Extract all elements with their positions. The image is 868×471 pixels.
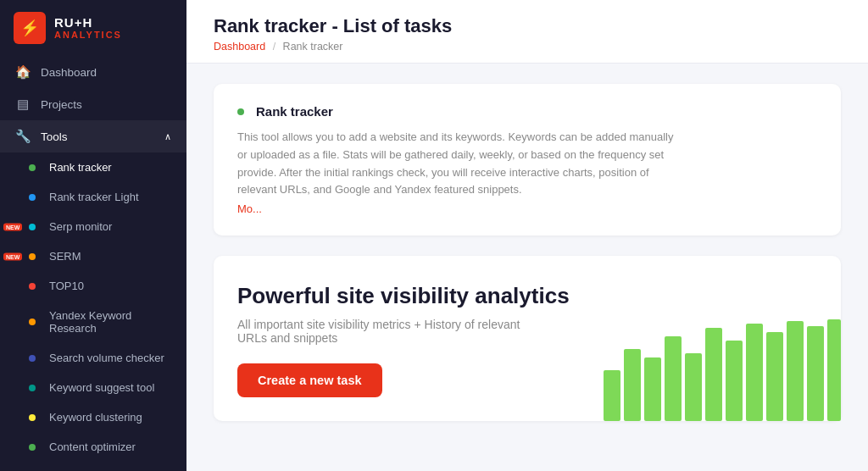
chart-preview (604, 319, 841, 421)
breadcrumb: Dashboard / Rank tracker (214, 41, 841, 53)
sidebar-item-content-optimizer[interactable]: Content optimizer (0, 432, 186, 462)
dot-icon (29, 414, 36, 421)
sidebar-item-label: SERM (49, 250, 81, 263)
sidebar-nav: 🏠 Dashboard ▤ Projects 🔧 Tools ∧ Rank tr… (0, 56, 186, 471)
tools-icon: 🔧 (15, 129, 31, 144)
sidebar-item-keyword-suggest[interactable]: Keyword suggest tool (0, 373, 186, 402)
dashboard-icon: 🏠 (15, 64, 31, 80)
svg-rect-9 (787, 321, 804, 421)
logo-icon: ⚡ (14, 12, 46, 44)
sidebar-item-label: Content optimizer (49, 441, 136, 453)
page-title: Rank tracker - List of tasks (214, 15, 841, 37)
sidebar-item-label: Keyword suggest tool (49, 381, 154, 394)
logo-text: RU+H ANALYTICS (54, 16, 122, 41)
sidebar-item-label: Yandex Keyword Research (49, 309, 171, 335)
dot-icon (29, 194, 36, 201)
sidebar-item-keyword-clustering[interactable]: Keyword clustering (0, 402, 186, 432)
tool-description: This tool allows you to add a website an… (237, 129, 678, 199)
svg-rect-1 (624, 349, 641, 421)
sidebar-item-yandex-keyword[interactable]: Yandex Keyword Research (0, 301, 186, 343)
sidebar-item-projects[interactable]: ▤ Projects (0, 88, 186, 120)
promo-subtitle: All important site visibility metrics + … (237, 318, 542, 345)
sidebar: ⚡ RU+H ANALYTICS 🏠 Dashboard ▤ Projects … (0, 0, 186, 471)
sidebar-item-label: Dashboard (41, 66, 97, 79)
sidebar-item-label: Projects (41, 98, 82, 111)
tool-header: Rank tracker (237, 104, 817, 119)
sidebar-item-search-volume[interactable]: Search volume checker (0, 343, 186, 373)
svg-rect-10 (807, 326, 824, 421)
sidebar-item-label: Keyword clustering (49, 411, 142, 424)
svg-rect-4 (685, 353, 702, 421)
sidebar-item-serp-monitor[interactable]: NEW Serp monitor (0, 212, 186, 241)
tool-name: Rank tracker (256, 104, 333, 119)
bolt-icon: ⚡ (20, 19, 39, 37)
svg-rect-11 (827, 319, 841, 421)
sidebar-tools-label: Tools (41, 130, 68, 143)
main-content: Rank tracker - List of tasks Dashboard /… (186, 0, 868, 471)
breadcrumb-home[interactable]: Dashboard (214, 41, 265, 53)
logo-rush: RU+H (54, 16, 122, 30)
dot-icon (29, 444, 36, 451)
page-content: Rank tracker This tool allows you to add… (186, 64, 868, 471)
svg-rect-6 (726, 341, 743, 421)
svg-rect-2 (644, 357, 661, 421)
tool-info-card: Rank tracker This tool allows you to add… (214, 84, 841, 236)
sidebar-item-tools[interactable]: 🔧 Tools ∧ (0, 120, 186, 152)
page-header: Rank tracker - List of tasks Dashboard /… (186, 0, 868, 64)
dot-icon (29, 253, 36, 260)
sidebar-item-label: Serp monitor (49, 220, 112, 233)
svg-rect-3 (665, 336, 682, 421)
svg-rect-0 (604, 370, 620, 421)
dot-icon (29, 224, 36, 230)
sidebar-item-rank-tracker-light[interactable]: Rank tracker Light (0, 182, 186, 212)
svg-rect-5 (705, 328, 722, 421)
sidebar-item-site-indexing[interactable]: Site indexing (0, 462, 186, 471)
breadcrumb-separator: / (273, 41, 275, 53)
tool-status-dot (237, 108, 244, 115)
new-badge: NEW (3, 223, 22, 230)
dot-icon (29, 385, 36, 391)
chart-svg (604, 319, 841, 421)
sidebar-item-label: Search volume checker (49, 352, 164, 364)
sidebar-item-top10[interactable]: TOP10 (0, 271, 186, 301)
dot-icon (29, 319, 36, 325)
sidebar-item-serm[interactable]: NEW SERM (0, 241, 186, 271)
sidebar-item-label: Rank tracker (49, 161, 112, 174)
logo: ⚡ RU+H ANALYTICS (0, 0, 186, 56)
sidebar-item-rank-tracker[interactable]: Rank tracker (0, 152, 186, 182)
sidebar-item-dashboard[interactable]: 🏠 Dashboard (0, 56, 186, 88)
dot-icon (29, 283, 36, 290)
projects-icon: ▤ (15, 97, 31, 112)
dot-icon (29, 164, 36, 171)
tools-chevron-icon: ∧ (164, 131, 171, 142)
svg-rect-7 (746, 324, 763, 421)
create-task-button[interactable]: Create a new task (237, 363, 382, 397)
new-badge: NEW (3, 252, 22, 260)
logo-analytics: ANALYTICS (54, 30, 122, 40)
svg-rect-8 (766, 332, 783, 421)
tool-more-link[interactable]: Mo... (237, 202, 817, 215)
promo-card: Powerful site visibility analytics All i… (214, 256, 841, 421)
breadcrumb-current: Rank tracker (283, 41, 343, 53)
promo-title: Powerful site visibility analytics (237, 283, 610, 309)
sidebar-item-label: TOP10 (49, 280, 84, 292)
sidebar-item-label: Rank tracker Light (49, 191, 139, 203)
dot-icon (29, 355, 36, 362)
